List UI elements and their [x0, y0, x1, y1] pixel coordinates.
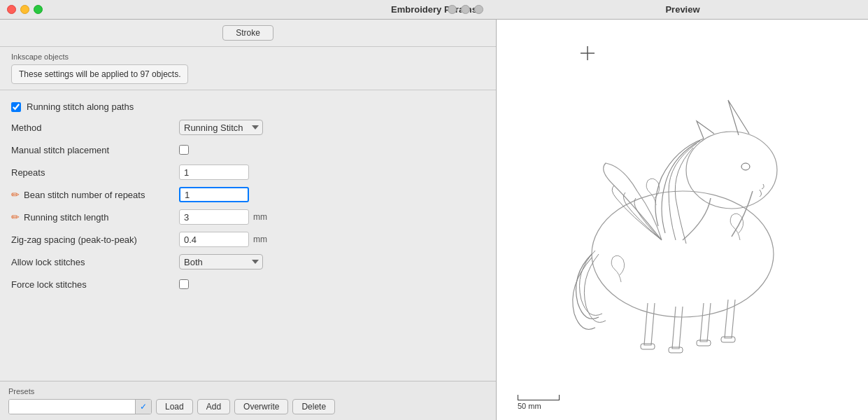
running-stitch-unit: mm: [253, 212, 267, 222]
right-panel: 50 mm: [497, 20, 868, 420]
overwrite-button[interactable]: Overwrite: [234, 399, 288, 414]
repeats-input[interactable]: [179, 164, 249, 180]
pencil-icon-running: ✏: [11, 211, 20, 223]
zigzag-input[interactable]: [179, 232, 249, 247]
settings-info-box: These settings will be applied to 97 obj…: [11, 64, 188, 84]
presets-label: Presets: [8, 387, 488, 396]
right-btn-2[interactable]: [461, 5, 470, 14]
presets-check-button[interactable]: ✓: [135, 400, 151, 414]
scale-bar: 50 mm: [518, 395, 560, 410]
left-panel: Stroke Inkscape objects These settings w…: [0, 20, 497, 420]
window-controls: [7, 5, 43, 14]
bean-stitch-input[interactable]: [179, 187, 249, 202]
running-stitch-label: Running stitch along paths: [27, 102, 134, 112]
right-btn-3[interactable]: [474, 5, 483, 14]
allow-lock-control: Both Before After Neither: [179, 254, 263, 270]
svg-point-4: [741, 163, 750, 170]
presets-input-wrap: ✓: [8, 399, 152, 414]
svg-rect-7: [697, 340, 711, 346]
delete-button[interactable]: Delete: [292, 399, 335, 414]
allow-lock-row: Allow lock stitches Both Before After Ne…: [0, 251, 496, 273]
main-area: Stroke Inkscape objects These settings w…: [0, 20, 868, 420]
scale-bar-line: [518, 395, 560, 400]
presets-controls: ✓ Load Add Overwrite Delete: [8, 399, 488, 414]
svg-rect-8: [721, 337, 735, 342]
unicorn-preview: [522, 30, 844, 394]
force-lock-control: [179, 279, 189, 289]
title-bar-right-controls: [448, 5, 483, 14]
presets-input[interactable]: [9, 400, 135, 414]
running-stitch-length-row: ✏ Running stitch length mm: [0, 206, 496, 228]
running-stitch-checkbox-row: Running stitch along paths: [0, 97, 496, 116]
add-button[interactable]: Add: [197, 399, 230, 414]
maximize-button[interactable]: [34, 5, 43, 14]
method-select[interactable]: Running Stitch Bean Stitch Manual Stitch: [179, 120, 263, 135]
preview-content: 50 mm: [497, 20, 868, 420]
allow-lock-select[interactable]: Both Before After Neither: [179, 254, 263, 270]
force-lock-row: Force lock stitches: [0, 273, 496, 295]
load-button[interactable]: Load: [156, 399, 193, 414]
scale-bar-label: 50 mm: [518, 402, 541, 410]
svg-rect-5: [641, 344, 655, 349]
repeats-label: Repeats: [11, 167, 179, 178]
close-button[interactable]: [7, 5, 16, 14]
bean-stitch-row: ✏ Bean stitch number of repeats: [0, 183, 496, 206]
svg-point-3: [686, 132, 777, 209]
params-area: Running stitch along paths Method Runnin…: [0, 90, 496, 381]
repeats-row: Repeats: [0, 161, 496, 183]
bean-stitch-label: ✏ Bean stitch number of repeats: [11, 189, 179, 200]
zigzag-label: Zig-zag spacing (peak-to-peak): [11, 234, 179, 245]
manual-stitch-checkbox[interactable]: [179, 145, 189, 155]
inkscape-objects-label: Inkscape objects: [11, 52, 485, 61]
manual-stitch-label: Manual stitch placement: [11, 145, 179, 155]
method-control: Running Stitch Bean Stitch Manual Stitch: [179, 120, 263, 135]
presets-area: Presets ✓ Load Add Overwrite Delete: [0, 381, 496, 420]
force-lock-checkbox[interactable]: [179, 279, 189, 289]
force-lock-label: Force lock stitches: [11, 279, 179, 290]
method-row: Method Running Stitch Bean Stitch Manual…: [0, 116, 496, 139]
svg-rect-6: [669, 347, 683, 353]
manual-stitch-row: Manual stitch placement: [0, 139, 496, 161]
preview-title: Preview: [497, 4, 868, 15]
running-stitch-checkbox[interactable]: [11, 102, 21, 112]
minimize-button[interactable]: [20, 5, 29, 14]
zigzag-row: Zig-zag spacing (peak-to-peak) mm: [0, 228, 496, 251]
manual-stitch-control: [179, 145, 189, 155]
right-btn-1[interactable]: [448, 5, 457, 14]
stroke-tab-area: Stroke: [0, 20, 496, 47]
zigzag-unit: mm: [253, 234, 267, 244]
inkscape-objects-section: Inkscape objects These settings will be …: [0, 47, 496, 90]
allow-lock-label: Allow lock stitches: [11, 257, 179, 267]
title-bar: Embroidery Params Preview: [0, 0, 868, 20]
running-stitch-length-label: ✏ Running stitch length: [11, 211, 179, 223]
zigzag-control: mm: [179, 232, 267, 247]
method-label: Method: [11, 122, 179, 133]
bean-stitch-control: [179, 187, 249, 202]
repeats-control: [179, 164, 249, 180]
running-stitch-length-control: mm: [179, 209, 267, 225]
running-stitch-length-input[interactable]: [179, 209, 249, 225]
pencil-icon-bean: ✏: [11, 189, 20, 200]
stroke-tab[interactable]: Stroke: [222, 25, 273, 41]
